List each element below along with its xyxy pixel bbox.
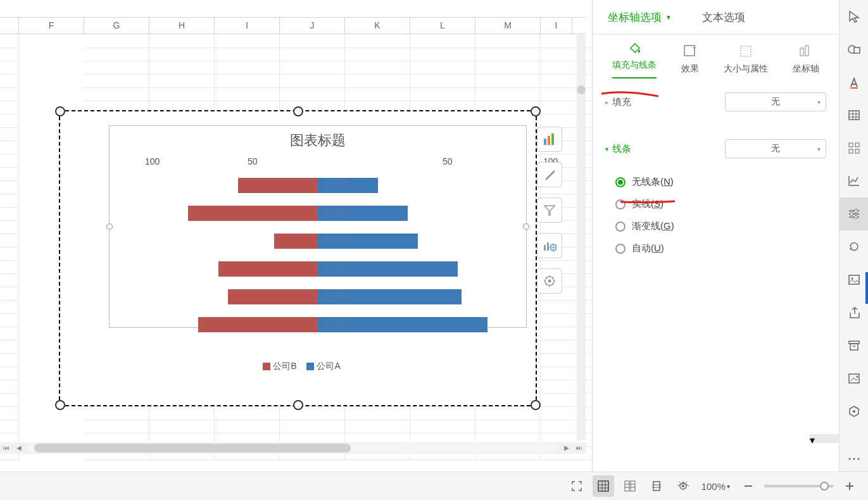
fill-label[interactable]: ▸填充 [605,96,631,108]
size-icon [738,43,754,59]
chart-object[interactable]: 图表标题 100 50 50 100 指标6 指标5 指标4 指标3 指标2 指… [61,113,534,404]
subtab-size-prop[interactable]: 大小与属性 [724,43,768,75]
bar-segment[interactable] [238,178,318,193]
svg-rect-35 [631,481,635,491]
radio-icon [615,222,626,232]
fill-icon [626,39,643,56]
more-icon[interactable] [840,446,869,472]
radio-icon [615,244,626,254]
scroll-first-icon[interactable]: ⏮ [0,442,13,454]
horizontal-scrollbar[interactable]: ⏮ ◀ ▶ ⏭ [0,442,586,454]
axis-tick: 50 [443,156,453,166]
resize-handle[interactable] [531,400,541,410]
zoom-value[interactable]: 100%▾ [701,481,730,492]
zoom-in-icon[interactable] [839,475,860,497]
col-header[interactable]: H [149,18,215,34]
picture-icon[interactable] [840,362,869,395]
col-header[interactable]: I [541,18,572,34]
fill-section: ▸填充 无 [593,82,839,122]
view-normal-icon[interactable] [593,475,614,497]
plot-handle[interactable] [106,223,113,230]
resize-handle[interactable] [531,106,541,116]
refresh-icon[interactable] [840,230,869,263]
scrollbar-thumb[interactable] [577,85,586,94]
col-header[interactable]: G [84,18,149,34]
zoom-out-icon[interactable] [738,475,759,497]
corner-cell[interactable] [0,18,19,34]
vertical-scrollbar[interactable] [577,35,586,440]
svg-point-28 [856,376,858,378]
shape-icon[interactable] [840,33,869,66]
axis-tick: 50 [248,156,258,166]
bar-category-label: 指标3 [325,263,348,274]
bar-segment[interactable] [218,261,318,277]
chart-settings-button[interactable] [537,268,562,294]
text-icon[interactable] [840,66,869,99]
view-read-icon[interactable] [672,475,694,497]
scrollbar-thumb[interactable] [34,444,351,453]
zoom-slider[interactable] [764,485,834,487]
scroll-last-icon[interactable]: ⏭ [573,442,586,454]
image-icon[interactable] [840,263,869,296]
col-header[interactable]: I [215,18,280,34]
scrollbar-track[interactable] [28,444,558,453]
panel-scroll-bottom[interactable]: ▾ [810,434,839,443]
status-bar: 100%▾ [0,472,868,500]
side-toolbar [839,0,868,472]
resize-handle[interactable] [293,400,303,410]
tab-axis-options[interactable]: 坐标轴选项▼ [593,0,687,34]
apps-icon[interactable] [840,132,869,165]
line-label[interactable]: ▾线条 [605,143,631,155]
annotation-mark [600,90,660,97]
radio-gradient-line[interactable]: 渐变线(G) [615,215,816,237]
line-dropdown[interactable]: 无 [725,139,826,158]
chart-title[interactable]: 图表标题 [110,131,526,150]
chart-icon[interactable] [840,165,869,197]
fullscreen-icon[interactable] [566,475,588,497]
svg-rect-34 [625,481,629,491]
col-header[interactable]: L [410,18,475,34]
bar-segment[interactable] [274,234,318,249]
subtab-effect[interactable]: + 效果 [681,43,699,75]
view-layout-icon[interactable] [646,475,667,497]
radio-no-line[interactable]: 无线条(N) [615,171,816,193]
chart-filter-button[interactable] [537,197,562,223]
resize-handle[interactable] [293,106,303,116]
plot-area[interactable]: 图表标题 100 50 50 100 指标6 指标5 指标4 指标3 指标2 指… [109,125,527,328]
cursor-icon[interactable] [840,0,869,33]
sliders-icon[interactable] [840,197,869,230]
resize-handle[interactable] [55,400,65,410]
hexagon-icon[interactable] [840,395,869,428]
col-header[interactable]: F [19,18,84,34]
radio-icon [615,177,626,187]
radio-auto-line[interactable]: 自动(U) [615,237,816,259]
chevron-down-icon: ▼ [665,14,672,21]
bar-segment[interactable] [198,317,318,332]
chart-styles-button[interactable] [537,162,562,187]
col-header[interactable]: M [475,18,541,34]
col-header[interactable]: K [345,18,410,34]
chart-elements-button[interactable] [537,127,562,152]
subtab-axis[interactable]: 坐标轴 [793,43,819,75]
scroll-left-icon[interactable]: ◀ [13,442,25,454]
bar-segment[interactable] [228,289,318,304]
chart-online-button[interactable] [537,233,562,258]
plot-handle[interactable] [523,223,529,230]
table-icon[interactable] [840,99,869,132]
zoom-slider-thumb[interactable] [820,482,829,491]
chart-legend[interactable]: 公司B 公司A [61,361,534,372]
bar-segment[interactable] [188,206,318,221]
view-page-icon[interactable] [619,475,641,497]
svg-rect-3 [544,245,546,251]
archive-icon[interactable] [840,329,869,362]
share-icon[interactable] [840,296,869,329]
col-header[interactable]: J [280,18,345,34]
line-section: ▾线条 无 [593,122,839,168]
radio-solid-line[interactable]: 实线(S) [615,193,816,215]
subtab-fill-line[interactable]: 填充与线条 [612,39,657,78]
legend-swatch [263,363,270,370]
resize-handle[interactable] [55,106,65,116]
fill-dropdown[interactable]: 无 [725,92,826,111]
scroll-right-icon[interactable]: ▶ [560,442,573,454]
tab-text-options[interactable]: 文本选项 [687,0,760,34]
